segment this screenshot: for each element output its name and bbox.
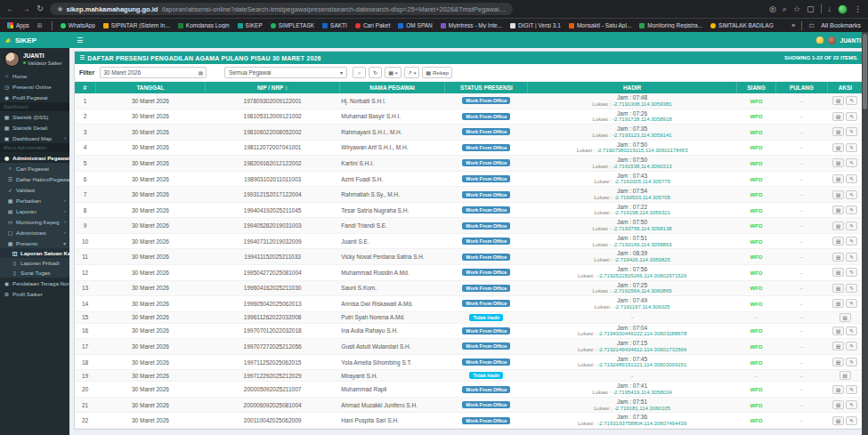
sort-icon[interactable]: ↕	[285, 85, 288, 91]
search-button[interactable]: ⌕	[353, 67, 366, 78]
location-link[interactable]: -2.7192522829266,114.30602971526	[597, 273, 686, 278]
bookmark-item[interactable]: SIKEP	[238, 22, 263, 28]
bookmark-item[interactable]: Cari Paket	[355, 22, 390, 28]
location-link[interactable]: -2.7192149434612,114.30601732566	[597, 347, 686, 352]
column-header[interactable]: AKSI	[827, 82, 863, 93]
sidebar-item-administrasi-pegawai[interactable]: ◉Administrasi Pegawai▾	[0, 152, 69, 163]
column-header[interactable]: NIP / NRP ↕	[206, 82, 339, 93]
bookmark-item[interactable]: SAKTI	[322, 22, 347, 28]
detail-button[interactable]: ▤	[832, 96, 844, 105]
column-header[interactable]: TANGGAL	[95, 82, 206, 93]
column-header[interactable]: HADIR	[528, 82, 737, 93]
detail-button[interactable]: ▤	[832, 342, 844, 350]
location-link[interactable]: -2.7192489151221,114.30603009151	[597, 362, 686, 367]
sidebar-item-surat-tugas[interactable]: ▯Surat Tugas	[0, 268, 69, 278]
sidebar-item-presensi-online[interactable]: ◷Presensi Online	[0, 81, 69, 92]
edit-button[interactable]: ✎	[846, 174, 857, 183]
column-header[interactable]: #	[75, 82, 95, 93]
sidebar-item-cari-pegawai[interactable]: ⌕Cari Pegawai	[0, 163, 69, 173]
detail-button[interactable]: ▤	[832, 205, 844, 214]
column-header[interactable]: SIANG	[736, 82, 775, 93]
edit-button[interactable]: ✎	[846, 143, 857, 152]
address-bar[interactable]: ◉ sikep.mahkamahagung.go.id/laporan/abse…	[50, 3, 513, 15]
detail-button[interactable]: ▤	[832, 416, 844, 425]
sidebar-item-pendataan-tenaga-non-asn[interactable]: ◉Pendataan Tenaga Non ASN	[0, 278, 69, 288]
export-dropdown-button[interactable]: ↗▾	[404, 67, 420, 78]
sidebar-item-presensi[interactable]: ▦Presensi▾	[0, 238, 69, 248]
sidebar-item-profil-pegawai[interactable]: ◉Profil Pegawai	[0, 92, 69, 102]
detail-button[interactable]: ▤	[832, 299, 844, 308]
sidebar-item-validasi[interactable]: ✓Validasi	[0, 184, 69, 195]
edit-button[interactable]: ✎	[846, 326, 857, 335]
edit-button[interactable]: ✎	[846, 268, 857, 277]
bookmark-star-icon[interactable]: ☆	[793, 5, 800, 13]
sidebar-item-home[interactable]: ⌂Home	[0, 70, 69, 81]
edit-button[interactable]: ✎	[846, 96, 857, 105]
sidebar-item-statistik-dss-[interactable]: ▦Statistik (DSS)	[0, 111, 69, 122]
header-avatar[interactable]	[828, 36, 836, 44]
sidebar-brand[interactable]: SIKEP	[0, 32, 69, 48]
date-input[interactable]: 30 Maret 2026 ▦	[100, 67, 207, 78]
sidebar-item-administrasi[interactable]: ▢Administrasi‹	[0, 227, 69, 238]
detail-button[interactable]: ▤	[832, 358, 844, 367]
detail-button[interactable]: ▤	[832, 268, 844, 277]
location-link[interactable]: -2.719426,114.3059825	[614, 257, 670, 262]
location-link[interactable]: -2.7193758,114.3058138	[612, 226, 672, 231]
sidebar-item-perbaikan[interactable]: ▦Perbaikan‹	[0, 195, 69, 205]
second-grid-icon[interactable]: ⊞	[37, 22, 44, 28]
notification-icon[interactable]	[816, 36, 823, 44]
bookmark-item[interactable]: SIPINTAR (Sistem In...	[103, 22, 170, 28]
location-link[interactable]: -2.7191564,114.3060865	[612, 288, 672, 294]
scrollbar-thumb[interactable]	[863, 34, 867, 109]
detail-button[interactable]: ▤	[832, 400, 844, 409]
sidebar-item-monitoring-kepeg[interactable]: ▭Monitoring Kepeg‹	[0, 216, 69, 227]
zoom-icon[interactable]: ⌕	[783, 5, 787, 13]
edit-button[interactable]: ✎	[846, 416, 857, 425]
detail-button[interactable]: ▤	[832, 174, 844, 183]
bookmarks-overflow-icon[interactable]: »	[791, 22, 795, 28]
detail-button[interactable]: ▤	[840, 371, 851, 380]
edit-button[interactable]: ✎	[846, 342, 857, 350]
location-link[interactable]: -2.719198,114.3059321	[614, 210, 670, 215]
edit-button[interactable]: ✎	[846, 127, 857, 136]
apps-shortcut[interactable]: Apps	[7, 22, 29, 28]
detail-button[interactable]: ▤	[832, 237, 844, 246]
location-link[interactable]: -2.7193123,114.3059141	[612, 133, 672, 138]
detail-button[interactable]: ▤	[832, 326, 844, 335]
location-link[interactable]: -2.719181,114.3060105	[614, 406, 670, 411]
column-header[interactable]: STATUS PRESENSI	[445, 82, 528, 93]
detail-button[interactable]: ▤	[840, 313, 851, 322]
location-link[interactable]: -2.7193193758804,114.30607494439	[597, 421, 686, 426]
detail-button[interactable]: ▤	[832, 112, 844, 121]
edit-button[interactable]: ✎	[846, 237, 857, 246]
calendar-icon[interactable]: ▦	[198, 69, 203, 76]
bookmark-item[interactable]: OM SPAN	[398, 22, 433, 28]
location-link[interactable]: -2.7192005,114.305779	[614, 179, 670, 184]
edit-button[interactable]: ✎	[846, 284, 857, 293]
sidebar-item-laporan-satuan-kerja[interactable]: ◫Laporan Satuan Kerja	[0, 248, 69, 258]
forward-icon[interactable]: →	[21, 4, 30, 13]
location-link[interactable]: -2.7190533,114.305705	[614, 195, 670, 200]
edit-button[interactable]: ✎	[846, 222, 857, 230]
edit-button[interactable]: ✎	[846, 358, 857, 367]
header-username[interactable]: JUANTI	[840, 37, 861, 44]
bookmark-item[interactable]: Komdanas Login	[178, 22, 230, 28]
detail-button[interactable]: ▤	[832, 253, 844, 262]
edit-button[interactable]: ✎	[846, 400, 857, 409]
location-link[interactable]: -2.7191308,114.3059381	[612, 101, 672, 107]
all-bookmarks-label[interactable]: All Bookmarks	[821, 22, 861, 28]
detail-button[interactable]: ▤	[832, 127, 844, 136]
sidebar-item-dashboard-map[interactable]: ▣Dashboard Map‹	[0, 133, 69, 143]
location-link[interactable]: -2.71907380219115,114.30601178453	[596, 148, 687, 153]
bookmark-item[interactable]: WhatsApp	[61, 22, 95, 28]
sidebar-item-statistik-detail[interactable]: ▦Statistik Detail	[0, 122, 69, 133]
rekap-button[interactable]: ▦Rekap	[422, 67, 452, 78]
detail-button[interactable]: ▤	[832, 190, 844, 199]
site-info-icon[interactable]: ◉	[57, 5, 62, 12]
sidebar-item-profil-satker[interactable]: ⚙Profil Satker	[0, 288, 69, 299]
detail-button[interactable]: ▤	[832, 385, 844, 394]
detail-button[interactable]: ▤	[832, 143, 844, 152]
bookmark-item[interactable]: Monitoring Registra...	[639, 22, 702, 28]
sidebar-item-laporan-pribadi[interactable]: ▯Laporan Pribadi	[0, 258, 69, 268]
refresh-button[interactable]: ↻	[369, 67, 382, 78]
